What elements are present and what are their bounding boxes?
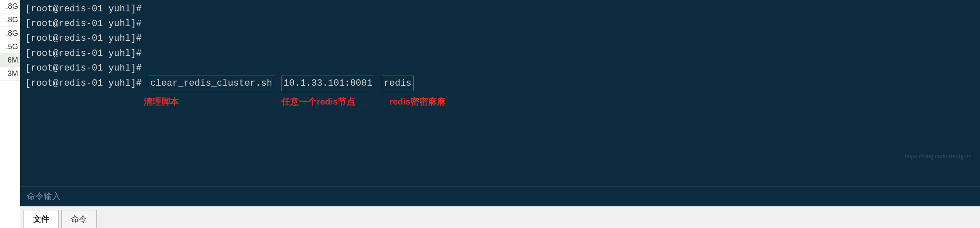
terminal-line: [root@redis-01 yuhl]# <box>25 31 975 46</box>
command-password: redis <box>382 76 414 91</box>
command-script: clear_redis_cluster.sh <box>148 76 274 91</box>
sidebar: .8G .8G .8G .5G 6M 3M <box>0 0 20 228</box>
sidebar-size-item: .8G <box>0 0 20 13</box>
terminal-line: [root@redis-01 yuhl]# <box>25 2 975 16</box>
annotation-password: redis密密麻麻 <box>389 94 446 109</box>
annotations: 清理脚本 任意一个redis节点 redis密密麻麻 <box>25 94 975 111</box>
terminal-prompt: [root@redis-01 yuhl]# <box>25 76 147 91</box>
annotation-node: 任意一个redis节点 <box>281 94 355 109</box>
bottom-panel: 文件 命令 <box>20 206 980 228</box>
tab-file[interactable]: 文件 <box>24 210 59 228</box>
tab-command[interactable]: 命令 <box>61 210 97 228</box>
sidebar-size-item[interactable]: 6M <box>0 54 20 67</box>
sidebar-size-item: .8G <box>0 27 20 40</box>
terminal-command-line: [root@redis-01 yuhl]# clear_redis_cluste… <box>25 76 975 91</box>
main-area: [root@redis-01 yuhl]# [root@redis-01 yuh… <box>20 0 980 228</box>
terminal-line: [root@redis-01 yuhl]# <box>25 16 975 31</box>
sidebar-size-item: 3M <box>0 67 20 81</box>
watermark: https://blog.csdn.net/qjnm <box>904 152 972 161</box>
sidebar-size-item: .5G <box>0 40 20 54</box>
tab-bar: 文件 命令 <box>24 210 977 228</box>
sidebar-size-item: .8G <box>0 13 20 27</box>
command-input-placeholder: 命令输入 <box>27 191 60 201</box>
terminal-line: [root@redis-01 yuhl]# <box>25 46 975 61</box>
command-input-bar[interactable]: 命令输入 <box>20 186 980 206</box>
terminal-line: [root@redis-01 yuhl]# <box>25 61 975 76</box>
terminal-output[interactable]: [root@redis-01 yuhl]# [root@redis-01 yuh… <box>20 0 980 186</box>
command-node: 10.1.33.101:8001 <box>281 76 374 91</box>
annotation-script: 清理脚本 <box>144 94 179 109</box>
